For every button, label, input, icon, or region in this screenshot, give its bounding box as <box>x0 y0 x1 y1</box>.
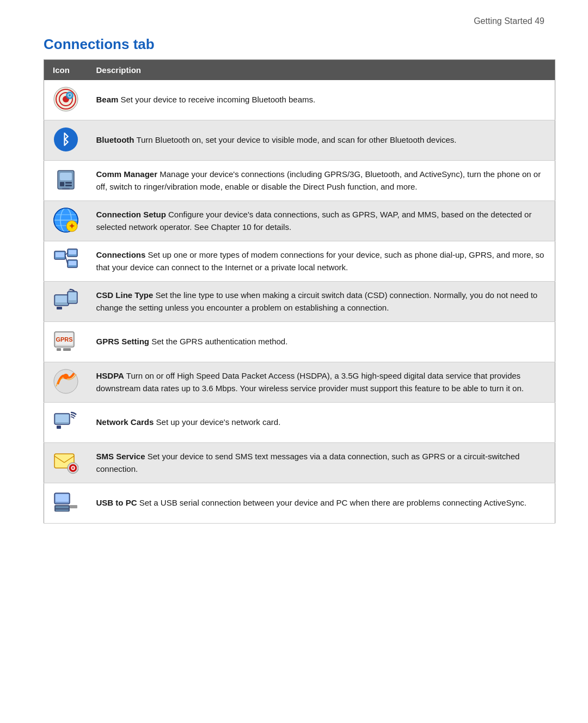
svg-point-6 <box>69 94 71 96</box>
table-row: CSD Line Type Set the line type to use w… <box>44 282 555 322</box>
svg-rect-12 <box>65 182 72 184</box>
item-title-csd-line-type: CSD Line Type <box>96 290 154 300</box>
item-desc-sms-service: Set your device to send SMS text message… <box>96 452 520 473</box>
item-title-hsdpa: HSDPA <box>96 371 124 380</box>
svg-rect-35 <box>69 293 76 300</box>
svg-rect-11 <box>60 182 64 186</box>
icon-cell-bluetooth: ᛒ <box>44 120 88 161</box>
item-title-network-cards: Network Cards <box>96 417 154 427</box>
icon-cell-sms-service: ⚙ <box>44 443 88 483</box>
svg-rect-13 <box>65 185 72 186</box>
sms-service-icon: ⚙ <box>53 449 78 475</box>
svg-rect-39 <box>57 348 61 351</box>
beam-icon <box>53 87 78 112</box>
item-title-gprs-setting: GPRS Setting <box>96 337 150 346</box>
item-title-usb-to-pc: USB to PC <box>96 498 137 507</box>
desc-cell-hsdpa: HSDPA Turn on or off High Speed Data Pac… <box>88 362 555 403</box>
svg-rect-53 <box>56 494 69 502</box>
usb-to-pc-icon <box>53 490 78 515</box>
svg-rect-57 <box>70 505 77 508</box>
icon-cell-gprs-setting: GPRS <box>44 322 88 362</box>
comm-manager-icon <box>53 167 78 192</box>
table-row: USB to PC Set a USB serial connection be… <box>44 483 555 524</box>
svg-rect-14 <box>62 188 70 190</box>
svg-rect-26 <box>69 250 76 254</box>
icon-cell-csd-line-type <box>44 282 88 322</box>
col-desc-header: Description <box>88 60 555 81</box>
icon-cell-hsdpa <box>44 362 88 403</box>
page-header: Getting Started 49 <box>44 16 555 26</box>
item-desc-gprs-setting: Set the GPRS authentication method. <box>149 337 287 346</box>
icon-cell-network-cards <box>44 403 88 443</box>
desc-cell-gprs-setting: GPRS Setting Set the GPRS authentication… <box>88 322 555 362</box>
table-row: Connections Set up one or more types of … <box>44 241 555 282</box>
desc-cell-connections: Connections Set up one or more types of … <box>88 241 555 282</box>
icon-cell-connection-setup: ✦ <box>44 201 88 241</box>
item-desc-hsdpa: Turn on or off High Speed Data Packet Ac… <box>96 371 524 393</box>
table-row: ⚙ SMS Service Set your device to send SM… <box>44 443 555 483</box>
svg-rect-24 <box>56 252 64 257</box>
csd-line-type-icon <box>53 288 78 313</box>
svg-text:GPRS: GPRS <box>56 336 72 343</box>
network-cards-icon <box>53 409 78 434</box>
gprs-setting-icon: GPRS <box>53 329 78 354</box>
connection-setup-icon: ✦ <box>53 208 78 233</box>
icon-cell-connections <box>44 241 88 282</box>
item-desc-connections: Set up one or more types of modem connec… <box>96 250 544 272</box>
svg-rect-55 <box>56 506 69 508</box>
desc-cell-csd-line-type: CSD Line Type Set the line type to use w… <box>88 282 555 322</box>
connections-table: Icon Description Beam Set your device to… <box>44 59 555 524</box>
item-desc-usb-to-pc: Set a USB serial connection between your… <box>137 498 526 507</box>
table-row: GPRS GPRS Setting Set the GPRS authentic… <box>44 322 555 362</box>
svg-rect-10 <box>60 173 72 180</box>
table-row: ᛒ Bluetooth Turn Bluetooth on, set your … <box>44 120 555 161</box>
item-desc-comm-manager: Manage your device's connections (includ… <box>96 169 541 191</box>
desc-cell-usb-to-pc: USB to PC Set a USB serial connection be… <box>88 483 555 524</box>
desc-cell-bluetooth: Bluetooth Turn Bluetooth on, set your de… <box>88 120 555 161</box>
svg-point-42 <box>63 374 69 379</box>
connections-icon <box>53 248 78 273</box>
item-title-sms-service: SMS Service <box>96 452 145 461</box>
hsdpa-icon <box>53 369 78 394</box>
desc-cell-connection-setup: Connection Setup Configure your device's… <box>88 201 555 241</box>
svg-text:⚙: ⚙ <box>70 465 76 471</box>
item-title-beam: Beam <box>96 95 119 104</box>
table-row: Comm Manager Manage your device's connec… <box>44 161 555 201</box>
item-title-connection-setup: Connection Setup <box>96 210 166 219</box>
bluetooth-icon: ᛒ <box>53 127 78 152</box>
svg-rect-40 <box>63 348 71 351</box>
item-title-bluetooth: Bluetooth <box>96 135 134 144</box>
svg-rect-45 <box>57 426 61 429</box>
item-title-connections: Connections <box>96 250 146 259</box>
item-desc-beam: Set your device to receive incoming Blue… <box>118 95 315 104</box>
desc-cell-comm-manager: Comm Manager Manage your device's connec… <box>88 161 555 201</box>
svg-rect-44 <box>56 415 69 422</box>
desc-cell-sms-service: SMS Service Set your device to send SMS … <box>88 443 555 483</box>
svg-text:✦: ✦ <box>69 222 75 230</box>
svg-text:ᛒ: ᛒ <box>62 131 70 148</box>
desc-cell-beam: Beam Set your device to receive incoming… <box>88 80 555 120</box>
table-row: ✦ Connection Setup Configure your device… <box>44 201 555 241</box>
svg-point-41 <box>54 369 78 393</box>
table-row: Beam Set your device to receive incoming… <box>44 80 555 120</box>
item-title-comm-manager: Comm Manager <box>96 169 158 179</box>
table-header-row: Icon Description <box>44 60 555 81</box>
svg-rect-32 <box>56 296 68 302</box>
svg-rect-33 <box>57 307 62 309</box>
table-row: HSDPA Turn on or off High Speed Data Pac… <box>44 362 555 403</box>
svg-line-30 <box>65 256 68 264</box>
item-desc-bluetooth: Turn Bluetooth on, set your device to vi… <box>134 135 456 144</box>
item-desc-network-cards: Set up your device's network card. <box>154 417 280 427</box>
svg-rect-28 <box>69 261 76 265</box>
table-row: Network Cards Set up your device's netwo… <box>44 403 555 443</box>
svg-rect-56 <box>56 509 69 511</box>
col-icon-header: Icon <box>44 60 88 81</box>
item-desc-csd-line-type: Set the line type to use when making a c… <box>96 290 538 312</box>
desc-cell-network-cards: Network Cards Set up your device's netwo… <box>88 403 555 443</box>
icon-cell-usb-to-pc <box>44 483 88 524</box>
icon-cell-comm-manager <box>44 161 88 201</box>
section-title: Connections tab <box>44 36 555 53</box>
icon-cell-beam <box>44 80 88 120</box>
